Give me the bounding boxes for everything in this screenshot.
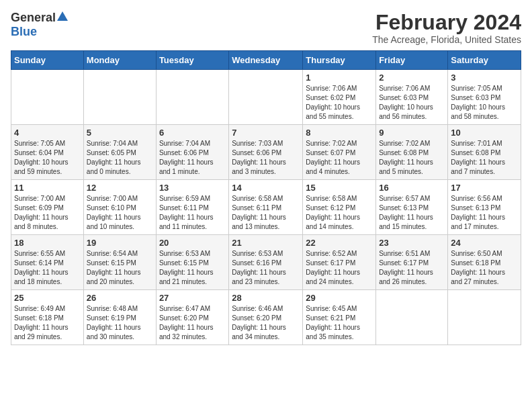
weekday-header-sunday: Sunday — [11, 51, 84, 70]
day-content: Sunrise: 6:57 AM Sunset: 6:13 PM Dayligh… — [379, 194, 445, 232]
calendar-cell: 15Sunrise: 6:58 AM Sunset: 6:12 PM Dayli… — [303, 180, 376, 235]
day-number: 1 — [306, 73, 373, 83]
day-content: Sunrise: 7:06 AM Sunset: 6:02 PM Dayligh… — [306, 84, 373, 122]
weekday-header-thursday: Thursday — [303, 51, 376, 70]
weekday-header-friday: Friday — [376, 51, 448, 70]
day-content: Sunrise: 6:47 AM Sunset: 6:20 PM Dayligh… — [159, 304, 226, 342]
day-number: 20 — [159, 238, 226, 248]
logo: General Blue — [11, 11, 68, 39]
day-content: Sunrise: 6:53 AM Sunset: 6:15 PM Dayligh… — [159, 249, 226, 287]
day-content: Sunrise: 6:59 AM Sunset: 6:11 PM Dayligh… — [159, 194, 226, 232]
calendar-cell: 18Sunrise: 6:55 AM Sunset: 6:14 PM Dayli… — [11, 235, 84, 290]
day-number: 13 — [159, 183, 226, 193]
day-content: Sunrise: 7:06 AM Sunset: 6:03 PM Dayligh… — [379, 84, 445, 122]
day-number: 15 — [306, 183, 373, 193]
calendar-cell — [11, 70, 84, 125]
calendar-cell: 13Sunrise: 6:59 AM Sunset: 6:11 PM Dayli… — [156, 180, 228, 235]
calendar-cell: 16Sunrise: 6:57 AM Sunset: 6:13 PM Dayli… — [376, 180, 448, 235]
calendar-cell: 24Sunrise: 6:50 AM Sunset: 6:18 PM Dayli… — [448, 235, 521, 290]
weekday-header-saturday: Saturday — [448, 51, 521, 70]
day-content: Sunrise: 6:46 AM Sunset: 6:20 PM Dayligh… — [232, 304, 300, 342]
calendar-cell: 12Sunrise: 7:00 AM Sunset: 6:10 PM Dayli… — [83, 180, 156, 235]
day-number: 14 — [232, 183, 300, 193]
day-content: Sunrise: 7:05 AM Sunset: 6:04 PM Dayligh… — [14, 139, 81, 177]
calendar-cell — [229, 70, 303, 125]
calendar-week-2: 4Sunrise: 7:05 AM Sunset: 6:04 PM Daylig… — [11, 125, 521, 180]
day-number: 27 — [159, 293, 226, 303]
calendar-cell: 11Sunrise: 7:00 AM Sunset: 6:09 PM Dayli… — [11, 180, 84, 235]
calendar-body: 1Sunrise: 7:06 AM Sunset: 6:02 PM Daylig… — [11, 70, 521, 345]
day-content: Sunrise: 6:49 AM Sunset: 6:18 PM Dayligh… — [14, 304, 81, 342]
day-number: 18 — [14, 238, 81, 248]
calendar-subtitle: The Acreage, Florida, United States — [372, 34, 521, 45]
calendar-cell: 19Sunrise: 6:54 AM Sunset: 6:15 PM Dayli… — [83, 235, 156, 290]
day-number: 2 — [379, 73, 445, 83]
day-number: 16 — [379, 183, 445, 193]
calendar-cell: 4Sunrise: 7:05 AM Sunset: 6:04 PM Daylig… — [11, 125, 84, 180]
calendar-cell: 8Sunrise: 7:02 AM Sunset: 6:07 PM Daylig… — [303, 125, 376, 180]
day-content: Sunrise: 6:51 AM Sunset: 6:17 PM Dayligh… — [379, 249, 445, 287]
weekday-header-row: SundayMondayTuesdayWednesdayThursdayFrid… — [11, 51, 521, 70]
day-number: 10 — [451, 128, 518, 138]
day-content: Sunrise: 6:58 AM Sunset: 6:12 PM Dayligh… — [306, 194, 373, 232]
calendar-cell: 22Sunrise: 6:52 AM Sunset: 6:17 PM Dayli… — [303, 235, 376, 290]
day-number: 29 — [306, 293, 373, 303]
day-content: Sunrise: 7:04 AM Sunset: 6:06 PM Dayligh… — [159, 139, 226, 177]
day-content: Sunrise: 6:58 AM Sunset: 6:11 PM Dayligh… — [232, 194, 300, 232]
day-number: 21 — [232, 238, 300, 248]
day-content: Sunrise: 7:02 AM Sunset: 6:07 PM Dayligh… — [306, 139, 373, 177]
day-number: 24 — [451, 238, 518, 248]
calendar-cell: 5Sunrise: 7:04 AM Sunset: 6:05 PM Daylig… — [83, 125, 156, 180]
day-number: 3 — [451, 73, 518, 83]
calendar-week-3: 11Sunrise: 7:00 AM Sunset: 6:09 PM Dayli… — [11, 180, 521, 235]
day-content: Sunrise: 6:48 AM Sunset: 6:19 PM Dayligh… — [87, 304, 153, 342]
calendar-cell: 25Sunrise: 6:49 AM Sunset: 6:18 PM Dayli… — [11, 290, 84, 345]
day-number: 28 — [232, 293, 300, 303]
calendar-cell: 27Sunrise: 6:47 AM Sunset: 6:20 PM Dayli… — [156, 290, 228, 345]
day-content: Sunrise: 6:45 AM Sunset: 6:21 PM Dayligh… — [306, 304, 373, 342]
calendar-cell: 2Sunrise: 7:06 AM Sunset: 6:03 PM Daylig… — [376, 70, 448, 125]
calendar-cell — [83, 70, 156, 125]
calendar-cell: 10Sunrise: 7:01 AM Sunset: 6:08 PM Dayli… — [448, 125, 521, 180]
day-content: Sunrise: 7:02 AM Sunset: 6:08 PM Dayligh… — [379, 139, 445, 177]
calendar-cell: 9Sunrise: 7:02 AM Sunset: 6:08 PM Daylig… — [376, 125, 448, 180]
day-number: 5 — [87, 128, 153, 138]
day-content: Sunrise: 7:00 AM Sunset: 6:09 PM Dayligh… — [14, 194, 81, 232]
calendar-header: SundayMondayTuesdayWednesdayThursdayFrid… — [11, 51, 521, 70]
day-content: Sunrise: 7:04 AM Sunset: 6:05 PM Dayligh… — [87, 139, 153, 177]
day-number: 12 — [87, 183, 153, 193]
calendar-cell — [156, 70, 228, 125]
calendar-week-4: 18Sunrise: 6:55 AM Sunset: 6:14 PM Dayli… — [11, 235, 521, 290]
day-content: Sunrise: 7:01 AM Sunset: 6:08 PM Dayligh… — [451, 139, 518, 177]
day-content: Sunrise: 6:53 AM Sunset: 6:16 PM Dayligh… — [232, 249, 300, 287]
calendar-cell: 26Sunrise: 6:48 AM Sunset: 6:19 PM Dayli… — [83, 290, 156, 345]
calendar-cell — [376, 290, 448, 345]
weekday-header-tuesday: Tuesday — [156, 51, 228, 70]
svg-marker-0 — [57, 11, 68, 21]
day-number: 25 — [14, 293, 81, 303]
day-number: 7 — [232, 128, 300, 138]
calendar-table: SundayMondayTuesdayWednesdayThursdayFrid… — [11, 50, 521, 345]
calendar-cell: 21Sunrise: 6:53 AM Sunset: 6:16 PM Dayli… — [229, 235, 303, 290]
day-number: 17 — [451, 183, 518, 193]
logo-general: General — [11, 11, 56, 25]
calendar-cell: 29Sunrise: 6:45 AM Sunset: 6:21 PM Dayli… — [303, 290, 376, 345]
day-content: Sunrise: 6:54 AM Sunset: 6:15 PM Dayligh… — [87, 249, 153, 287]
day-number: 23 — [379, 238, 445, 248]
day-content: Sunrise: 7:03 AM Sunset: 6:06 PM Dayligh… — [232, 139, 300, 177]
calendar-cell: 3Sunrise: 7:05 AM Sunset: 6:03 PM Daylig… — [448, 70, 521, 125]
day-content: Sunrise: 6:52 AM Sunset: 6:17 PM Dayligh… — [306, 249, 373, 287]
calendar-cell: 23Sunrise: 6:51 AM Sunset: 6:17 PM Dayli… — [376, 235, 448, 290]
logo-blue: Blue — [11, 25, 37, 39]
calendar-cell: 17Sunrise: 6:56 AM Sunset: 6:13 PM Dayli… — [448, 180, 521, 235]
day-number: 11 — [14, 183, 81, 193]
logo-icon — [57, 11, 68, 25]
title-area: February 2024 The Acreage, Florida, Unit… — [372, 11, 521, 45]
calendar-cell — [448, 290, 521, 345]
calendar-cell: 20Sunrise: 6:53 AM Sunset: 6:15 PM Dayli… — [156, 235, 228, 290]
day-content: Sunrise: 6:56 AM Sunset: 6:13 PM Dayligh… — [451, 194, 518, 232]
calendar-cell: 1Sunrise: 7:06 AM Sunset: 6:02 PM Daylig… — [303, 70, 376, 125]
day-content: Sunrise: 7:00 AM Sunset: 6:10 PM Dayligh… — [87, 194, 153, 232]
day-number: 22 — [306, 238, 373, 248]
calendar-cell: 28Sunrise: 6:46 AM Sunset: 6:20 PM Dayli… — [229, 290, 303, 345]
